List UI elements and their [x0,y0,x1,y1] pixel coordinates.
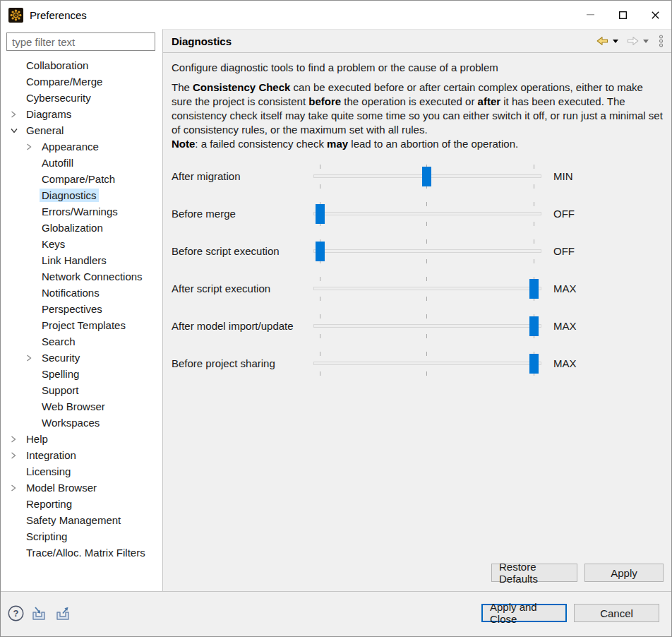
slider-track[interactable] [313,362,541,365]
tree-item-web-browser[interactable]: Web Browser [1,398,162,415]
tree-item-spelling[interactable]: Spelling [1,366,162,382]
apply-and-close-button[interactable]: Apply and Close [481,604,567,622]
slider-track[interactable] [313,287,541,290]
tree-item-label: Compare/Merge [24,75,104,88]
tree-item-label: Diagrams [24,107,73,121]
tree-item-label: Network Connections [40,270,145,283]
help-button[interactable]: ? [8,605,24,621]
tree-item-safety-management[interactable]: Safety Management [1,512,162,528]
tree-item-security[interactable]: Security [1,350,162,366]
close-button[interactable] [639,1,671,29]
tree-item-label: Notifications [40,286,102,299]
slider-before-script-execution[interactable] [313,239,541,263]
tree-item-compare-merge[interactable]: Compare/Merge [1,73,162,90]
tree-item-diagrams[interactable]: Diagrams [1,106,162,122]
tree-item-globalization[interactable]: Globalization [1,220,162,236]
slider-tick [426,222,427,226]
dropdown-caret-icon [613,40,618,43]
tree-item-help[interactable]: Help [1,431,162,447]
tree-item-cybersecurity[interactable]: Cybersecurity [1,90,162,106]
slider-thumb[interactable] [529,316,539,336]
tree-item-diagnostics[interactable]: Diagnostics [1,187,162,203]
tree-item-integration[interactable]: Integration [1,447,162,463]
tree-item-workspaces[interactable]: Workspaces [1,415,162,431]
sidebar: CollaborationCompare/MergeCybersecurityD… [1,29,162,591]
view-menu-button[interactable] [656,33,666,49]
import-preferences-icon [30,606,48,621]
content-buttons: Restore Defaults Apply [491,564,664,582]
slider-thumb[interactable] [316,242,325,261]
chevron-spacer [26,304,40,315]
chevron-right-icon[interactable] [11,482,24,494]
tree-item-compare-patch[interactable]: Compare/Patch [1,171,162,187]
tree-item-autofill[interactable]: Autofill [1,155,162,171]
tree-item-collaboration[interactable]: Collaboration [1,57,162,73]
slider-after-migration[interactable] [313,165,541,189]
tree-item-label: Security [40,351,82,364]
slider-thumb[interactable] [316,204,325,224]
tree-item-link-handlers[interactable]: Link Handlers [1,252,162,268]
slider-thumb[interactable] [422,167,431,186]
tree-item-project-templates[interactable]: Project Templates [1,317,162,333]
tree-item-perspectives[interactable]: Perspectives [1,301,162,317]
chevron-spacer [11,466,24,477]
tree-item-label: Errors/Warnings [40,205,120,218]
tree-item-keys[interactable]: Keys [1,236,162,252]
tree-item-support[interactable]: Support [1,382,162,398]
tree-item-reporting[interactable]: Reporting [1,496,162,512]
slider-tick [320,184,320,189]
minimize-button[interactable] [574,1,606,29]
tree-item-network-connections[interactable]: Network Connections [1,268,162,285]
chevron-right-icon[interactable] [26,352,40,364]
slider-thumb[interactable] [529,279,539,299]
slider-tick [426,314,427,318]
tree-item-search[interactable]: Search [1,333,162,350]
slider-before-project-sharing[interactable] [313,352,541,376]
maximize-icon [619,11,627,19]
chevron-down-icon[interactable] [11,125,24,136]
chevron-spacer [26,174,40,185]
back-menu-button[interactable] [611,38,620,44]
tree-item-label: Spelling [40,367,81,381]
forward-menu-button[interactable] [641,38,651,44]
back-button[interactable] [594,35,611,47]
tree-item-model-browser[interactable]: Model Browser [1,480,162,496]
chevron-spacer [11,60,24,71]
tree-item-errors-warnings[interactable]: Errors/Warnings [1,203,162,220]
export-preferences-button[interactable] [54,606,72,621]
slider-after-model-import-update[interactable] [313,314,541,338]
chevron-right-icon[interactable] [11,450,24,461]
chevron-right-icon[interactable] [26,141,40,153]
import-preferences-button[interactable] [30,606,48,621]
chevron-right-icon[interactable] [11,109,24,120]
tree-item-general[interactable]: General [1,122,162,138]
slider-thumb[interactable] [529,354,539,374]
slider-before-merge[interactable] [313,202,541,226]
tree-item-label: Cybersecurity [24,91,93,105]
restore-defaults-button[interactable]: Restore Defaults [491,564,577,582]
slider-tick [534,259,534,263]
tree-item-appearance[interactable]: Appearance [1,138,162,155]
close-icon [652,11,659,19]
slider-track[interactable] [313,249,541,253]
tree-item-trace-alloc-matrix-filters[interactable]: Trace/Alloc. Matrix Filters [1,544,162,561]
chevron-right-icon[interactable] [11,434,24,445]
tree-item-label: Licensing [24,465,73,478]
maximize-button[interactable] [606,1,639,29]
export-preferences-icon [54,606,72,621]
tree-item-notifications[interactable]: Notifications [1,285,162,301]
filter-input[interactable] [6,32,155,51]
tree-item-licensing[interactable]: Licensing [1,463,162,480]
slider-after-script-execution[interactable] [313,277,541,301]
tree-item-scripting[interactable]: Scripting [1,528,162,544]
chevron-spacer [26,336,40,347]
cancel-button[interactable]: Cancel [574,604,659,622]
slider-value: MAX [553,357,577,369]
slider-track[interactable] [313,324,541,328]
preferences-tree: CollaborationCompare/MergeCybersecurityD… [1,57,162,591]
slider-track[interactable] [313,212,541,215]
slider-tick [320,371,320,376]
forward-button[interactable] [625,35,641,47]
tree-item-label: Collaboration [24,59,90,72]
apply-button[interactable]: Apply [584,564,664,582]
